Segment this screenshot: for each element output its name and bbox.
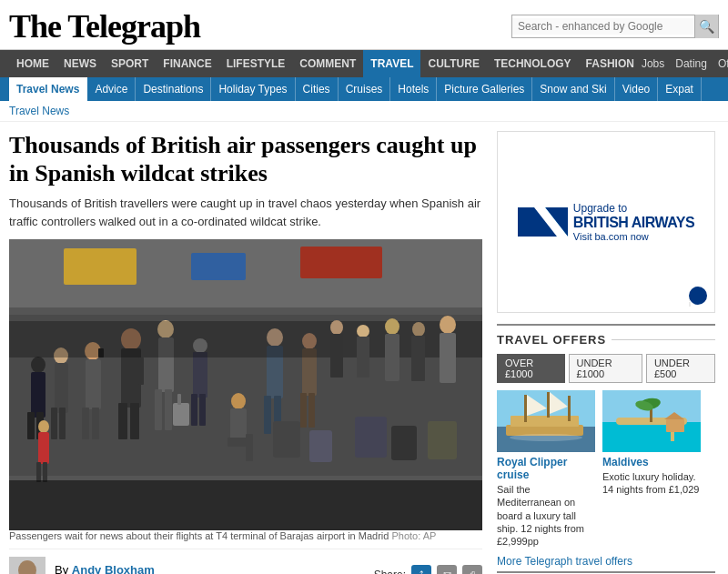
print-button[interactable]: ⎙ — [462, 565, 482, 574]
svg-rect-36 — [230, 408, 247, 440]
svg-rect-63 — [309, 430, 332, 462]
subnav-picture-galleries[interactable]: Picture Galleries — [437, 77, 532, 101]
offer-card-maldives[interactable]: Maldives Exotic luxury holiday. 14 night… — [602, 390, 701, 548]
author-byline: By Andy Bloxham — [55, 563, 174, 574]
search-button[interactable]: 🔍 — [694, 15, 718, 38]
search-bar: 🔍 — [511, 15, 719, 38]
author-info: By Andy Bloxham 7:30AM GMT 04 Dec 2010 — [55, 563, 174, 574]
nav-travel[interactable]: TRAVEL — [363, 50, 420, 77]
svg-rect-55 — [357, 337, 369, 378]
subnav-travel-news[interactable]: Travel News — [9, 77, 87, 101]
site-logo[interactable]: The Telegraph — [9, 7, 200, 45]
article-headline: Thousands of British air passengers caug… — [9, 131, 482, 187]
svg-rect-28 — [138, 357, 144, 385]
svg-rect-91 — [666, 419, 684, 432]
svg-rect-79 — [524, 395, 527, 422]
svg-rect-33 — [173, 403, 189, 426]
main-content: Thousands of British air passengers caug… — [0, 122, 728, 574]
svg-rect-49 — [300, 393, 307, 428]
svg-rect-8 — [31, 372, 46, 418]
subnav-cities[interactable]: Cities — [296, 77, 339, 101]
nav-offers[interactable]: Offers — [718, 57, 728, 70]
top-nav-right: Jobs Dating Offers — [642, 57, 728, 70]
subnav-expat[interactable]: Expat — [658, 77, 702, 101]
svg-rect-42 — [199, 394, 206, 426]
sub-nav: Travel News Advice Destinations Holiday … — [0, 77, 728, 101]
nav-dating[interactable]: Dating — [675, 57, 707, 70]
svg-rect-50 — [308, 393, 315, 428]
nav-home[interactable]: HOME — [9, 50, 56, 77]
nav-news[interactable]: NEWS — [56, 50, 104, 77]
author-row: By Andy Bloxham 7:30AM GMT 04 Dec 2010 S… — [9, 549, 482, 574]
svg-rect-59 — [411, 336, 425, 381]
svg-rect-13 — [51, 408, 57, 439]
email-button[interactable]: ✉ — [437, 565, 457, 574]
svg-rect-31 — [155, 389, 162, 430]
share-row: Share: ⤴ ✉ ⎙ — [374, 565, 482, 574]
subnav-destinations[interactable]: Destinations — [136, 77, 211, 101]
share-label: Share: — [374, 569, 406, 574]
subnav-advice[interactable]: Advice — [87, 77, 136, 101]
author-name[interactable]: Andy Bloxham — [72, 563, 155, 574]
offer-card-ship[interactable]: Royal Clipper cruise Sail the Mediterran… — [497, 390, 595, 548]
card-ship-title: Royal Clipper cruise — [497, 456, 595, 481]
nav-lifestyle[interactable]: LIFESTYLE — [219, 50, 293, 77]
svg-rect-23 — [43, 462, 47, 482]
svg-rect-64 — [355, 417, 387, 458]
nav-jobs[interactable]: Jobs — [642, 57, 664, 70]
nav-culture[interactable]: CULTURE — [420, 50, 486, 77]
svg-point-58 — [412, 322, 425, 337]
nav-fashion[interactable]: FASHION — [579, 50, 642, 77]
breadcrumb-link[interactable]: Travel News — [9, 105, 69, 117]
subnav-holiday-types[interactable]: Holiday Types — [211, 77, 295, 101]
svg-rect-3 — [64, 248, 136, 285]
svg-point-20 — [38, 420, 49, 433]
svg-rect-5 — [300, 247, 382, 278]
svg-point-35 — [231, 393, 246, 409]
search-input[interactable] — [512, 18, 694, 35]
offer-tab-under500[interactable]: UNDER £500 — [646, 354, 715, 383]
nav-finance[interactable]: FINANCE — [156, 50, 218, 77]
svg-rect-81 — [568, 396, 571, 421]
more-offers-link[interactable]: More Telegraph travel offers — [497, 555, 715, 568]
svg-rect-53 — [330, 334, 343, 378]
svg-rect-86 — [602, 422, 701, 452]
subnav-hotels[interactable]: Hotels — [390, 77, 437, 101]
nav-sport[interactable]: SPORT — [104, 50, 156, 77]
sidebar-ad[interactable]: Upgrade to BRITISH AIRWAYS Visit ba.com … — [497, 131, 715, 313]
card-ship-desc: Sail the Mediterranean on board a luxury… — [497, 483, 595, 548]
article: Thousands of British air passengers caug… — [9, 131, 482, 574]
svg-rect-41 — [191, 394, 197, 426]
photo-credit: Photo: AP — [391, 530, 436, 541]
ship-image — [497, 390, 595, 452]
svg-rect-38 — [246, 434, 253, 461]
svg-rect-65 — [391, 426, 417, 460]
svg-rect-34 — [177, 394, 181, 405]
maldives-image — [602, 390, 701, 452]
offer-tab-over1000[interactable]: OVER £1000 — [497, 354, 565, 383]
subnav-video[interactable]: Video — [615, 77, 658, 101]
svg-point-60 — [440, 316, 456, 334]
offer-tab-under1000[interactable]: UNDER £1000 — [569, 354, 642, 383]
author-avatar — [9, 557, 46, 574]
svg-rect-16 — [86, 359, 101, 409]
subnav-cruises[interactable]: Cruises — [339, 77, 391, 101]
svg-rect-2 — [9, 307, 482, 315]
svg-rect-17 — [82, 408, 89, 439]
svg-rect-80 — [547, 392, 550, 418]
offer-tabs: OVER £1000 UNDER £1000 UNDER £500 — [497, 354, 715, 383]
svg-point-84 — [510, 434, 582, 441]
svg-rect-4 — [191, 253, 246, 280]
nav-comment[interactable]: COMMENT — [292, 50, 363, 77]
travel-offers-title: TRAVEL OFFERS — [497, 333, 715, 347]
share-button[interactable]: ⤴ — [411, 565, 431, 574]
article-caption: Passengers wait for news about their fli… — [9, 530, 482, 541]
svg-rect-61 — [440, 333, 456, 383]
svg-rect-32 — [165, 389, 172, 430]
subnav-snow-ski[interactable]: Snow and Ski — [532, 77, 614, 101]
svg-rect-67 — [9, 480, 482, 530]
nav-technology[interactable]: TECHNOLOGY — [487, 50, 579, 77]
svg-rect-14 — [59, 408, 66, 439]
svg-rect-27 — [130, 403, 139, 439]
article-standfirst: Thousands of British travellers were cau… — [9, 195, 482, 230]
